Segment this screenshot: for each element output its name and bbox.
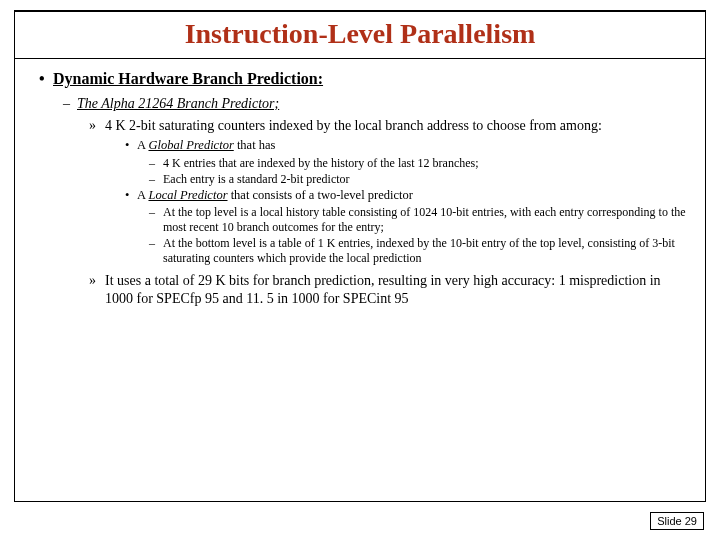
bullet-global-sub: Each entry is a standard 2-bit predictor bbox=[149, 172, 687, 187]
slide-body: Dynamic Hardware Branch Prediction: The … bbox=[15, 59, 705, 319]
slide-title: Instruction-Level Parallelism bbox=[15, 18, 705, 50]
bullet-level3: It uses a total of 29 K bits for branch … bbox=[89, 272, 687, 307]
bullet-local-sub: At the bottom level is a table of 1 K en… bbox=[149, 236, 687, 266]
bullet-local-sub: At the top level is a local history tabl… bbox=[149, 205, 687, 235]
bullet-global: A Global Predictor that has bbox=[125, 138, 687, 154]
bullet-level3: 4 K 2-bit saturating counters indexed by… bbox=[89, 117, 687, 135]
slide-number: Slide 29 bbox=[650, 512, 704, 530]
bullet-level1: Dynamic Hardware Branch Prediction: bbox=[39, 69, 687, 89]
bullet-level2: The Alpha 21264 Branch Predictor; bbox=[63, 95, 687, 113]
bullet-local: A Local Predictor that consists of a two… bbox=[125, 188, 687, 204]
bullet-global-sub: 4 K entries that are indexed by the hist… bbox=[149, 156, 687, 171]
slide-frame: Instruction-Level Parallelism Dynamic Ha… bbox=[14, 10, 706, 502]
title-box: Instruction-Level Parallelism bbox=[15, 12, 705, 59]
